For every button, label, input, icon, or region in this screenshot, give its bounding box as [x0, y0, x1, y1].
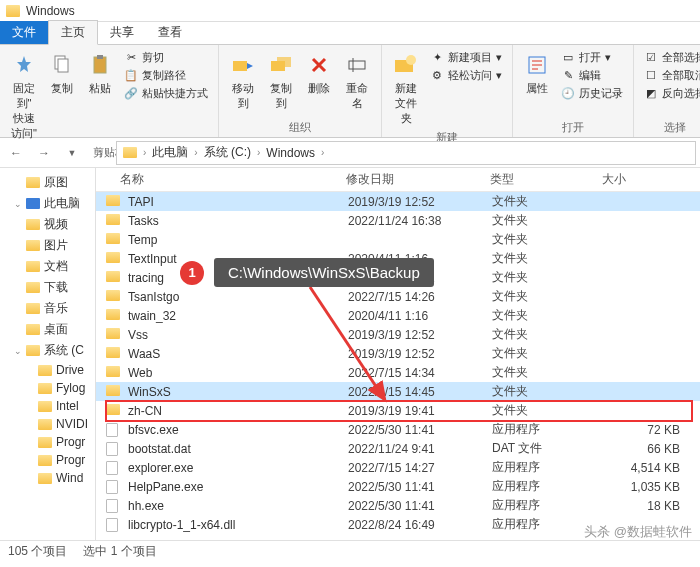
sidebar-tree[interactable]: 原图⌄此电脑视频图片文档下载音乐桌面⌄系统 (CDriveFylogIntelN…: [0, 168, 96, 540]
tree-item[interactable]: Drive: [0, 361, 95, 379]
table-row[interactable]: Tasks2022/11/24 16:38文件夹: [96, 211, 700, 230]
history-button[interactable]: 🕘历史记录: [557, 85, 627, 102]
cell-name: TsanIstgo: [128, 290, 348, 304]
copy-button[interactable]: 复制: [44, 49, 80, 98]
svg-rect-1: [58, 59, 68, 72]
col-date[interactable]: 修改日期: [346, 171, 490, 188]
tree-item[interactable]: NVIDI: [0, 415, 95, 433]
breadcrumb[interactable]: › 此电脑 › 系统 (C:) › Windows ›: [116, 141, 696, 165]
tree-item[interactable]: ⌄此电脑: [0, 193, 95, 214]
table-row[interactable]: Vss2019/3/19 12:52文件夹: [96, 325, 700, 344]
selectnone-button[interactable]: ☐全部取消: [640, 67, 700, 84]
tree-item[interactable]: Wind: [0, 469, 95, 487]
paste-shortcut-button[interactable]: 🔗粘贴快捷方式: [120, 85, 212, 102]
folder-icon: [26, 324, 40, 335]
table-row[interactable]: WinSxS2022/9/15 14:45文件夹: [96, 382, 700, 401]
table-row[interactable]: bootstat.dat2022/11/24 9:41DAT 文件66 KB: [96, 439, 700, 458]
table-row[interactable]: bfsvc.exe2022/5/30 11:41应用程序72 KB: [96, 420, 700, 439]
tree-item-label: Progr: [56, 435, 85, 449]
cell-size: 4,514 KB: [604, 461, 700, 475]
file-icon: [106, 442, 118, 456]
cell-date: 2022/5/30 11:41: [348, 499, 492, 513]
cell-date: 2022/7/15 14:26: [348, 290, 492, 304]
file-icon: [106, 480, 118, 494]
table-row[interactable]: WaaS2019/3/19 12:52文件夹: [96, 344, 700, 363]
newfolder-button[interactable]: 新建 文件夹: [388, 49, 424, 128]
move-icon: [229, 51, 257, 79]
table-row[interactable]: Web2022/7/15 14:34文件夹: [96, 363, 700, 382]
tree-item[interactable]: 桌面: [0, 319, 95, 340]
tree-item[interactable]: Progr: [0, 451, 95, 469]
table-row[interactable]: HelpPane.exe2022/5/30 11:41应用程序1,035 KB: [96, 477, 700, 496]
tree-item[interactable]: 图片: [0, 235, 95, 256]
table-row[interactable]: Temp文件夹: [96, 230, 700, 249]
tree-item[interactable]: Progr: [0, 433, 95, 451]
table-row[interactable]: TAPI2019/3/19 12:52文件夹: [96, 192, 700, 211]
file-list: 名称 修改日期 类型 大小 TAPI2019/3/19 12:52文件夹Task…: [96, 168, 700, 540]
tree-item[interactable]: 音乐: [0, 298, 95, 319]
move-button[interactable]: 移动到: [225, 49, 261, 113]
tree-item[interactable]: 文档: [0, 256, 95, 277]
tree-item[interactable]: Intel: [0, 397, 95, 415]
copy-icon: [48, 51, 76, 79]
folder-icon: [26, 177, 40, 188]
pin-icon: [10, 51, 38, 79]
crumb[interactable]: 此电脑: [148, 144, 192, 161]
col-type[interactable]: 类型: [490, 171, 602, 188]
newitem-button[interactable]: ✦新建项目 ▾: [426, 49, 506, 66]
tab-home[interactable]: 主页: [48, 20, 98, 45]
table-row[interactable]: explorer.exe2022/7/15 14:27应用程序4,514 KB: [96, 458, 700, 477]
paste-icon: [86, 51, 114, 79]
nav-up-button[interactable]: ↑: [88, 141, 112, 165]
folder-icon: [106, 233, 120, 244]
tab-view[interactable]: 查看: [146, 21, 194, 44]
group-label-open: 打开: [519, 118, 627, 135]
nav-history-button[interactable]: ▼: [60, 141, 84, 165]
col-name[interactable]: 名称: [120, 171, 346, 188]
cell-date: 2022/11/24 16:38: [348, 214, 492, 228]
cell-type: 文件夹: [492, 212, 604, 229]
svg-rect-6: [277, 57, 291, 67]
newitem-icon: ✦: [430, 51, 444, 65]
tab-file[interactable]: 文件: [0, 21, 48, 44]
edit-button[interactable]: ✎编辑: [557, 67, 627, 84]
paste-button[interactable]: 粘贴: [82, 49, 118, 98]
rename-button[interactable]: 重命名: [339, 49, 375, 113]
crumb[interactable]: 系统 (C:): [200, 144, 255, 161]
selectall-button[interactable]: ☑全部选择: [640, 49, 700, 66]
cell-name: TAPI: [128, 195, 348, 209]
tree-item[interactable]: 下载: [0, 277, 95, 298]
cell-date: 2022/7/15 14:27: [348, 461, 492, 475]
nav-forward-button[interactable]: →: [32, 141, 56, 165]
tree-item[interactable]: Fylog: [0, 379, 95, 397]
cell-date: 2022/9/15 14:45: [348, 385, 492, 399]
easyaccess-button[interactable]: ⚙轻松访问 ▾: [426, 67, 506, 84]
selectall-icon: ☑: [644, 51, 658, 65]
column-headers: 名称 修改日期 类型 大小: [96, 168, 700, 192]
tree-item[interactable]: ⌄系统 (C: [0, 340, 95, 361]
cut-button[interactable]: ✂剪切: [120, 49, 212, 66]
newfolder-icon: [392, 51, 420, 79]
col-size[interactable]: 大小: [602, 171, 700, 188]
cell-name: Tasks: [128, 214, 348, 228]
tab-share[interactable]: 共享: [98, 21, 146, 44]
table-row[interactable]: twain_322020/4/11 1:16文件夹: [96, 306, 700, 325]
tree-item[interactable]: 视频: [0, 214, 95, 235]
table-row[interactable]: zh-CN2019/3/19 19:41文件夹: [96, 401, 700, 420]
cell-name: WinSxS: [128, 385, 348, 399]
tree-item[interactable]: 原图: [0, 172, 95, 193]
chevron-right-icon: ›: [257, 147, 260, 158]
table-row[interactable]: hh.exe2022/5/30 11:41应用程序18 KB: [96, 496, 700, 515]
delete-button[interactable]: 删除: [301, 49, 337, 98]
table-row[interactable]: TsanIstgo2022/7/15 14:26文件夹: [96, 287, 700, 306]
cell-type: 文件夹: [492, 383, 604, 400]
nav-back-button[interactable]: ←: [4, 141, 28, 165]
properties-button[interactable]: 属性: [519, 49, 555, 98]
open-button[interactable]: ▭打开 ▾: [557, 49, 627, 66]
folder-icon: [106, 290, 120, 301]
copyto-button[interactable]: 复制到: [263, 49, 299, 113]
copy-path-button[interactable]: 📋复制路径: [120, 67, 212, 84]
invert-button[interactable]: ◩反向选择: [640, 85, 700, 102]
crumb[interactable]: Windows: [262, 146, 319, 160]
pin-button[interactable]: 固定到" 快速访问": [6, 49, 42, 143]
